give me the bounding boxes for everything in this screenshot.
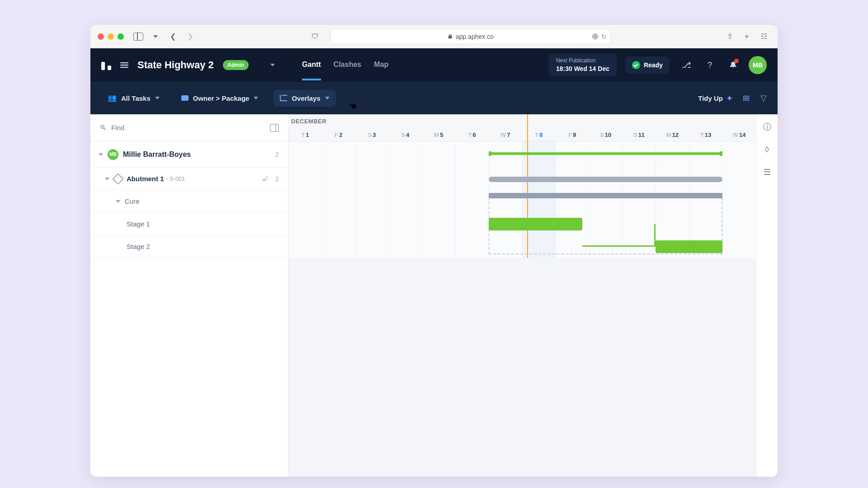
- task-label: Stage 2: [127, 243, 150, 250]
- day-header[interactable]: S10: [589, 131, 623, 138]
- overlays-label: Overlays: [292, 94, 320, 102]
- day-header[interactable]: T6: [455, 131, 489, 138]
- day-header[interactable]: M5: [422, 131, 455, 138]
- day-headers: T1F2S3S4M5T6W7T8F9S10S11M12T13W14: [288, 131, 756, 138]
- user-avatar[interactable]: MB: [749, 56, 767, 74]
- day-header[interactable]: M12: [656, 131, 689, 138]
- task-label: Stage 1: [127, 220, 150, 228]
- panel-layout-icon[interactable]: [270, 124, 279, 132]
- help-icon[interactable]: ?: [702, 57, 718, 73]
- minimize-window-icon[interactable]: [108, 33, 114, 40]
- tidy-label: Tidy Up: [698, 94, 723, 102]
- sidebar-toggle-icon[interactable]: [132, 30, 145, 43]
- chevron-down-icon: [254, 97, 258, 99]
- task-bar-stage1[interactable]: [489, 218, 582, 230]
- day-header[interactable]: F9: [556, 131, 589, 138]
- project-dropdown-icon[interactable]: [270, 64, 275, 66]
- main-content: 🔍︎ MB Millie Barratt-Boyes 2 Abutment 1 …: [90, 114, 778, 477]
- owner-count: 2: [275, 151, 279, 158]
- day-header[interactable]: T1: [288, 131, 322, 138]
- notification-badge: [734, 59, 739, 63]
- stack-icon: [181, 95, 189, 101]
- collapse-icon[interactable]: [105, 178, 109, 180]
- day-header[interactable]: S4: [389, 131, 422, 138]
- tidy-up-button[interactable]: Tidy Up ✦: [698, 94, 732, 103]
- grouping-label: Owner > Package: [193, 94, 250, 102]
- tabs-overview-icon[interactable]: ☷: [758, 30, 770, 43]
- filter-icon[interactable]: ▽: [760, 93, 767, 103]
- chevron-down-icon: [155, 97, 160, 99]
- zoom-window-icon[interactable]: [118, 33, 124, 40]
- new-tab-icon[interactable]: +: [741, 30, 753, 43]
- browser-window: ❮ ❯ 🛡︎ 🔒︎ app.aphex.co 🌐︎ ↻ ⇧ + ☷ State …: [90, 25, 778, 477]
- cursor-icon: ☚: [349, 101, 357, 112]
- gantt-timeline[interactable]: DECEMBER T1F2S3S4M5T6W7T8F9S10S11M12T13W…: [288, 114, 756, 477]
- task-row-stage1[interactable]: Stage 1: [90, 213, 288, 235]
- app-logo-icon[interactable]: [101, 60, 111, 70]
- collapse-icon[interactable]: [99, 153, 103, 156]
- status-pill[interactable]: Ready: [626, 56, 669, 74]
- app-header: State Highway 2 Admin Gantt Clashes Map …: [90, 48, 778, 82]
- chevron-down-icon: [325, 97, 330, 99]
- tab-gantt[interactable]: Gantt: [302, 50, 321, 80]
- task-row-stage2[interactable]: Stage 2: [90, 235, 288, 258]
- list-icon[interactable]: ☰: [762, 167, 773, 178]
- month-label: DECEMBER: [291, 118, 326, 125]
- day-header[interactable]: F2: [322, 131, 355, 138]
- check-circle-icon: [632, 61, 640, 69]
- publication-label: Next Publication:: [556, 57, 609, 65]
- day-header[interactable]: W14: [722, 131, 756, 138]
- grouping-button[interactable]: Owner > Package: [175, 90, 265, 107]
- tab-map[interactable]: Map: [374, 50, 388, 80]
- sparkle-icon: ✦: [726, 94, 732, 103]
- browser-chrome: ❮ ❯ 🛡︎ 🔒︎ app.aphex.co 🌐︎ ↻ ⇧ + ☷: [90, 25, 778, 48]
- owner-row[interactable]: MB Millie Barratt-Boyes 2: [90, 141, 288, 168]
- menu-icon[interactable]: [120, 62, 128, 68]
- back-icon[interactable]: ❮: [166, 30, 179, 43]
- url-text: app.aphex.co: [456, 33, 494, 40]
- next-publication: Next Publication: 18:30 Wed 14 Dec: [549, 54, 617, 76]
- role-badge: Admin: [223, 60, 249, 70]
- notifications-icon[interactable]: 🔔︎: [725, 57, 741, 73]
- task-bar-stage2[interactable]: [656, 240, 722, 253]
- calendar-icon[interactable]: 📅︎: [742, 94, 750, 103]
- reload-icon[interactable]: ↻: [601, 33, 607, 40]
- close-window-icon[interactable]: [98, 33, 104, 40]
- tab-clashes[interactable]: Clashes: [334, 50, 361, 80]
- day-header[interactable]: T13: [689, 131, 722, 138]
- task-label: Cure: [125, 197, 140, 205]
- package-row[interactable]: Abutment 1 - S-001 🔓︎ 2: [90, 168, 288, 190]
- filter-toolbar: All Tasks Owner > Package Overlays ☚ Tid…: [90, 82, 778, 114]
- collapse-icon[interactable]: [116, 200, 120, 203]
- window-controls: [98, 33, 124, 40]
- lock-icon: 🔒︎: [448, 33, 453, 40]
- chart-icon: [280, 95, 287, 101]
- chevron-down-icon[interactable]: [149, 30, 162, 43]
- package-code: - S-001: [166, 175, 185, 182]
- url-bar[interactable]: 🔒︎ app.aphex.co 🌐︎ ↻: [330, 29, 611, 44]
- dependency-link: [582, 224, 656, 247]
- project-title: State Highway 2: [137, 59, 214, 71]
- translate-icon[interactable]: 🌐︎: [592, 33, 599, 40]
- overlays-button[interactable]: Overlays: [274, 90, 335, 107]
- task-row-cure[interactable]: Cure: [90, 190, 288, 213]
- status-text: Ready: [644, 61, 663, 69]
- tasks-filter-button[interactable]: All Tasks: [101, 89, 166, 107]
- forward-icon: ❯: [184, 30, 196, 43]
- package-count: 2: [275, 175, 279, 183]
- day-header[interactable]: S3: [355, 131, 389, 138]
- day-header[interactable]: W7: [489, 131, 522, 138]
- share-network-icon[interactable]: ⎇: [678, 57, 694, 73]
- owner-summary-bar[interactable]: [489, 152, 722, 155]
- link-icon[interactable]: ◊: [762, 144, 773, 155]
- info-icon[interactable]: ⓘ: [762, 122, 773, 132]
- find-input[interactable]: [111, 124, 270, 131]
- shield-icon[interactable]: 🛡︎: [309, 30, 321, 43]
- day-header[interactable]: S11: [623, 131, 656, 138]
- tasks-filter-label: All Tasks: [121, 94, 151, 102]
- layers-icon: [112, 173, 123, 184]
- share-icon[interactable]: ⇧: [723, 30, 736, 43]
- package-summary-bar[interactable]: [489, 177, 722, 182]
- cure-summary-bar[interactable]: [489, 193, 722, 198]
- package-name: Abutment 1: [127, 175, 164, 183]
